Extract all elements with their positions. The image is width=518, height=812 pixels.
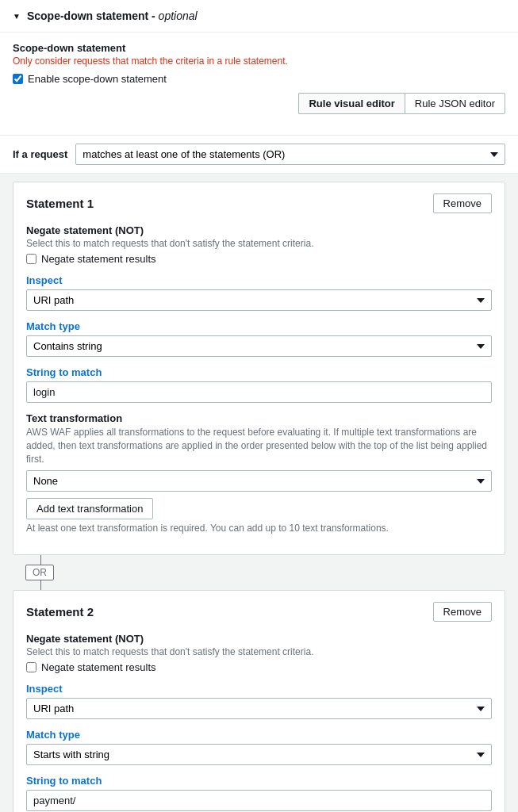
statement-1-string-section: String to match [26,366,492,403]
statement-1-title: Statement 1 [26,197,94,210]
editor-buttons-group: Rule visual editor Rule JSON editor [13,93,505,114]
scope-statement-label: Scope-down statement [13,42,505,54]
enable-scope-row: Enable scope-down statement [13,73,505,85]
statement-2-inspect-label: Inspect [26,683,492,695]
scope-title: Scope-down statement - optional [27,10,198,22]
statement-1-match-type-label: Match type [26,320,492,332]
statement-2-inspect-section: Inspect URI path HTTP method Query strin… [26,683,492,719]
statement-2-match-type-section: Match type Contains string Exactly match… [26,729,492,765]
or-connector: OR [13,555,505,590]
scope-title-text: Scope-down statement [27,10,148,22]
statement-1-negate-checkbox[interactable] [26,254,36,264]
or-line-top [40,555,41,565]
or-line-bottom [40,580,41,590]
statement-1-text-transform-title: Text transformation [26,412,492,424]
statement-2-title: Statement 2 [26,605,94,619]
statement-2-match-type-select[interactable]: Contains string Exactly matches string S… [26,744,492,765]
statement-2-negate-checkbox[interactable] [26,662,36,672]
statement-2-negate-checkbox-label: Negate statement results [41,661,156,673]
statement-1-inspect-section: Inspect URI path HTTP method Query strin… [26,274,492,311]
rule-visual-editor-button[interactable]: Rule visual editor [298,93,404,114]
scope-statement-desc: Only consider requests that match the cr… [13,56,505,67]
statements-container: Statement 1 Remove Negate statement (NOT… [0,174,518,812]
or-badge: OR [25,565,54,580]
if-request-select[interactable]: matches at least one of the statements (… [75,144,505,165]
statement-1-card: Statement 1 Remove Negate statement (NOT… [13,182,505,555]
if-request-row: If a request matches at least one of the… [0,136,518,174]
statement-1-negate-section: Negate statement (NOT) Select this to ma… [26,224,492,265]
statement-1-text-transform-desc: AWS WAF applies all transformations to t… [26,426,492,465]
enable-scope-checkbox[interactable] [13,74,23,84]
statement-2-negate-sublabel: Select this to match requests that don't… [26,646,492,657]
statement-1-add-transform-button[interactable]: Add text transformation [26,498,153,519]
statement-1-inspect-label: Inspect [26,274,492,286]
statement-2-match-type-label: Match type [26,729,492,741]
statement-2-card: Statement 2 Remove Negate statement (NOT… [13,590,505,812]
statement-1-negate-label: Negate statement (NOT) [26,224,492,236]
statement-2-negate-label: Negate statement (NOT) [26,633,492,645]
statement-2-string-label: String to match [26,775,492,787]
statement-1-negate-checkbox-row: Negate statement results [26,253,492,265]
enable-scope-label: Enable scope-down statement [28,73,167,85]
statement-2-string-section: String to match [26,775,492,811]
statement-1-text-transform-section: Text transformation AWS WAF applies all … [26,412,492,534]
statement-2-header: Statement 2 Remove [26,602,492,622]
statement-1-header: Statement 1 Remove [26,193,492,213]
statement-1-negate-sublabel: Select this to match requests that don't… [26,238,492,249]
collapse-triangle-icon[interactable]: ▼ [13,12,21,21]
statement-2-remove-button[interactable]: Remove [433,602,492,622]
statement-2-inspect-select[interactable]: URI path HTTP method Query string Body H… [26,698,492,719]
statement-2-string-input[interactable] [26,790,492,811]
scope-subtitle: optional [159,10,198,22]
statement-2-negate-checkbox-row: Negate statement results [26,661,492,673]
statement-1-remove-button[interactable]: Remove [433,193,492,213]
page-wrapper: ▼ Scope-down statement - optional Scope-… [0,0,518,812]
statement-1-match-type-section: Match type Contains string Exactly match… [26,320,492,357]
rule-json-editor-button[interactable]: Rule JSON editor [405,93,505,114]
statement-1-transform-note: At least one text transformation is requ… [26,523,492,534]
statement-1-match-type-select[interactable]: Contains string Exactly matches string S… [26,335,492,357]
if-request-label: If a request [13,148,67,160]
statement-1-string-label: String to match [26,366,492,378]
statement-1-string-input[interactable] [26,381,492,403]
statement-2-negate-section: Negate statement (NOT) Select this to ma… [26,633,492,673]
scope-statement-section: Scope-down statement Only consider reque… [0,33,518,136]
statement-1-text-transform-select[interactable]: None Convert to lowercase HTML entity de… [26,470,492,492]
scope-header: ▼ Scope-down statement - optional [0,0,518,33]
statement-1-negate-checkbox-label: Negate statement results [41,253,156,265]
statement-1-inspect-select[interactable]: URI path HTTP method Query string Body H… [26,289,492,311]
